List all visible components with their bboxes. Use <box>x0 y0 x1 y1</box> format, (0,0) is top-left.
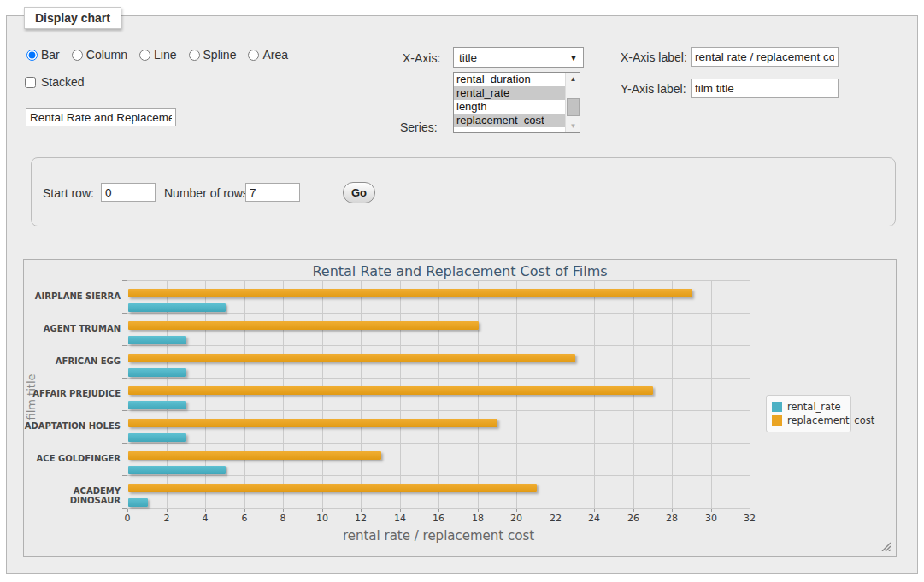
x-axis-tick-label: 12 <box>348 513 374 524</box>
x-axis-tick <box>127 509 128 512</box>
gridline-horizontal <box>127 443 750 444</box>
x-axis-title: rental rate / replacement cost <box>127 528 750 544</box>
bar-rental_rate <box>128 433 186 442</box>
x-axis-tick-label: 6 <box>232 513 257 524</box>
scrollbar-thumb[interactable] <box>567 98 580 116</box>
stacked-row: Stacked <box>25 75 85 89</box>
x-axis-tick <box>244 509 245 512</box>
x-axis-tick <box>205 509 206 512</box>
x-axis-tick <box>516 509 517 512</box>
bar-rental_rate <box>128 466 226 474</box>
scroll-down-icon[interactable]: ▼ <box>566 120 580 132</box>
x-axis-tick <box>322 509 323 512</box>
x-axis-tick-label: 28 <box>659 513 685 524</box>
gridline-vertical <box>711 280 712 508</box>
chart-type-radio-label: Bar <box>41 48 60 62</box>
y-axis-tick <box>122 345 127 346</box>
gridline-horizontal <box>127 313 750 314</box>
x-axis-tick-label: 8 <box>270 513 296 524</box>
series-listbox[interactable]: rental_durationrental_ratelengthreplacem… <box>453 72 580 133</box>
chart-container: Rental Rate and Replacement Cost of Film… <box>23 259 897 557</box>
series-scrollbar[interactable]: ▲ ▼ <box>565 73 580 132</box>
bar-replacement_cost <box>128 354 575 362</box>
gridline-horizontal <box>127 378 750 379</box>
scroll-up-icon[interactable]: ▲ <box>566 73 580 85</box>
x-axis-tick <box>283 509 284 512</box>
chart-type-option-bar: Bar <box>26 48 60 62</box>
y-axis-tick <box>122 443 127 444</box>
chart-type-option-area: Area <box>248 48 288 62</box>
x-axis-select-value: title <box>459 51 477 64</box>
x-axis-tick <box>711 509 712 512</box>
y-axis-tick <box>122 410 127 411</box>
x-axis-tick <box>672 509 673 512</box>
chart-type-radio-label: Column <box>86 48 127 62</box>
category-label: AGENT TRUMAN <box>24 324 121 333</box>
x-axis-tick-label: 14 <box>387 513 413 524</box>
y-axis-tick <box>122 475 127 476</box>
chart-type-option-line: Line <box>139 48 176 62</box>
chart-type-radio-label: Spline <box>203 48 237 62</box>
chart-type-option-column: Column <box>72 48 127 62</box>
bar-replacement_cost <box>128 289 692 297</box>
chart-type-radio-spline[interactable] <box>189 50 200 61</box>
x-axis-tick <box>167 509 168 512</box>
legend-item-replacement_cost[interactable]: replacement_cost <box>772 414 845 427</box>
x-axis-tick-label: 18 <box>465 513 491 524</box>
x-axis-tick-label: 0 <box>115 513 140 524</box>
series-options: rental_durationrental_ratelengthreplacem… <box>454 73 565 127</box>
chart-title: Rental Rate and Replacement Cost of Film… <box>24 263 896 279</box>
start-row-input[interactable] <box>101 183 156 202</box>
x-axis-tick-label: 30 <box>698 513 724 524</box>
chart-type-radio-line[interactable] <box>139 50 150 61</box>
bar-replacement_cost <box>128 419 497 427</box>
x-axis-tick-label: 10 <box>309 513 335 524</box>
series-option-length[interactable]: length <box>454 100 565 114</box>
series-option-replacement_cost[interactable]: replacement_cost <box>454 114 565 127</box>
resize-grip-icon[interactable] <box>880 540 891 551</box>
x-axis-tick <box>400 509 401 512</box>
y-axis-tick <box>122 280 127 281</box>
chart-type-radio-column[interactable] <box>72 50 83 61</box>
category-label: AIRPLANE SIERRA <box>24 291 121 301</box>
x-axis-select[interactable]: title ▼ <box>453 47 584 68</box>
chart-type-radio-bar[interactable] <box>26 50 38 61</box>
bar-replacement_cost <box>128 484 537 492</box>
bar-replacement_cost <box>128 386 653 395</box>
category-label: AFRICAN EGG <box>24 356 121 366</box>
x-axis-label-input[interactable] <box>691 47 839 67</box>
x-axis-tick <box>750 509 750 512</box>
category-label: ACE GOLDFINGER <box>24 454 121 463</box>
category-label: AFFAIR PREJUDICE <box>24 389 121 398</box>
start-row-label: Start row: <box>43 186 94 200</box>
series-option-rental_rate[interactable]: rental_rate <box>454 86 565 100</box>
stacked-label: Stacked <box>41 75 85 89</box>
x-axis-tick <box>361 509 362 512</box>
go-button[interactable]: Go <box>343 182 375 203</box>
gridline-horizontal <box>127 410 750 411</box>
series-select-label: Series: <box>400 121 438 134</box>
num-rows-label: Number of rows: <box>164 186 252 200</box>
y-axis-tick <box>122 378 127 379</box>
chevron-down-icon: ▼ <box>569 53 578 62</box>
chart-type-radio-label: Line <box>154 48 176 62</box>
num-rows-input[interactable] <box>245 183 300 202</box>
gridline-vertical <box>750 280 750 508</box>
x-axis-tick <box>633 509 634 512</box>
x-axis-tick-label: 24 <box>581 513 607 524</box>
gridline-horizontal <box>127 475 750 476</box>
y-axis-label-input[interactable] <box>691 79 839 98</box>
y-axis-line <box>127 280 127 509</box>
chart-title-input[interactable] <box>26 108 176 126</box>
stacked-checkbox[interactable] <box>25 77 36 88</box>
y-axis-tick <box>122 508 127 509</box>
bar-rental_rate <box>128 368 186 377</box>
x-axis-tick-label: 16 <box>426 513 451 524</box>
x-axis-tick <box>438 509 439 512</box>
series-option-rental_duration[interactable]: rental_duration <box>454 73 565 86</box>
chart-plot-area <box>127 280 750 508</box>
x-axis-tick-label: 26 <box>621 513 646 524</box>
legend-item-rental_rate[interactable]: rental_rate <box>772 400 845 414</box>
chart-type-radio-area[interactable] <box>248 50 259 61</box>
x-axis-tick-label: 32 <box>737 513 762 524</box>
